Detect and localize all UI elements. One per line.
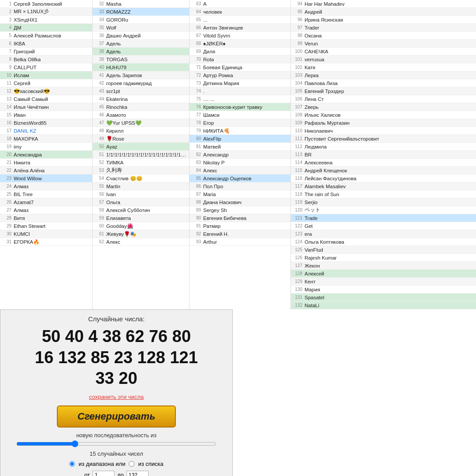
list-item: 111Пустовит Сергенийазъсторовит (291, 135, 476, 143)
list-item: 35Wolf (93, 24, 189, 32)
row-name: Евгений Трэздер (305, 89, 344, 94)
list-item: 104Павлова Лиза (291, 79, 476, 87)
row-name: HUHU79 (106, 65, 126, 70)
list-item: 53久利寿 (93, 167, 189, 175)
list-item: 129Кент (291, 278, 476, 286)
row-name: Serjio (305, 200, 317, 205)
column-3: 63А64человек65...66Антон Звягинцев67Vito… (190, 0, 291, 309)
row-name: Ильяс Халисов (305, 112, 341, 118)
list-item: 42гороев гаджимурад (93, 79, 189, 87)
list-item: 69Диля (190, 48, 290, 56)
row-number: 102 (293, 65, 302, 70)
random-numbers: 50 40 4 38 62 76 80 16 132 85 23 128 121… (9, 326, 223, 389)
from-input[interactable] (93, 471, 115, 476)
row-number: 111 (293, 136, 302, 141)
row-number: 21 (2, 160, 11, 165)
list-item: 9CALLPUT (0, 63, 92, 71)
row-number: 124 (293, 239, 302, 244)
row-number: 116 (293, 176, 302, 181)
row-number: 93 (191, 239, 201, 244)
row-number: 85 (191, 176, 201, 181)
list-item: 94Har Har Mahadev (291, 0, 476, 8)
list-item: 121Trade (291, 214, 476, 222)
list-item: 82Александр (190, 151, 290, 159)
list-item: 105Евгений Трэздер (291, 87, 476, 95)
row-name: Ольга Коптякова (305, 239, 344, 245)
row-name: Rota (203, 57, 214, 62)
row-name: ROMAZZZ (106, 9, 131, 15)
row-name: Лена Ст (305, 97, 324, 102)
row-number: 63 (191, 1, 201, 6)
row-name: scr1pt (106, 89, 120, 94)
list-item: 128Алексей (291, 270, 476, 278)
row-number: 98 (293, 33, 302, 38)
row-name: Счастлив 😊😊 (106, 175, 142, 182)
list-item: 115Андрей Клещенок (291, 167, 476, 175)
random-title: Случайные числа: (9, 315, 223, 323)
list-radio[interactable] (129, 461, 134, 467)
sequence-label: новую последовательность из (9, 432, 223, 439)
row-number: 26 (2, 200, 11, 205)
row-name: Rinochka (106, 104, 127, 110)
range-radio[interactable] (69, 461, 75, 467)
generate-button[interactable]: Сгенерировать (57, 405, 176, 428)
row-number: 112 (293, 144, 302, 149)
row-number: 37 (94, 41, 104, 46)
row-number: 122 (293, 223, 302, 228)
row-number: 90 (191, 216, 201, 220)
row-number: 109 (293, 120, 302, 125)
list-item: 41Адель Зарипов (93, 71, 189, 79)
list-item: 88Диана Наскович (190, 198, 290, 206)
row-name: 😎хасовский😎 (14, 88, 50, 94)
row-number: 29 (2, 223, 11, 228)
row-name: МАХОРКА (14, 136, 38, 141)
list-item: 2MR × L1NUX彡 (0, 8, 92, 16)
list-item: 15Иван (0, 111, 92, 119)
count-slider[interactable] (16, 440, 216, 447)
list-item: 106Лена Ст (291, 95, 476, 103)
row-number: 27 (2, 208, 11, 212)
list-item: 64человек (190, 8, 290, 16)
list-item: 74. (190, 87, 290, 95)
row-number: 49 (94, 136, 104, 141)
list-item: 92Евгений Н. (190, 230, 290, 238)
list-item: 17DANIL KZ (0, 127, 92, 135)
row-name: Павлова Лиза (305, 81, 338, 86)
row-number: 31 (2, 239, 11, 244)
row-name: ДМ (14, 25, 21, 30)
row-name: Илья Чечёткин (14, 104, 49, 110)
row-number: 40 (94, 65, 104, 70)
row-name: GORORu (106, 17, 128, 22)
list-item: 122Get (291, 222, 476, 230)
save-link[interactable]: сохранить эти числа (89, 394, 144, 400)
row-name: Матвей (203, 144, 221, 149)
row-number: 66 (191, 25, 201, 30)
list-item: 127Жекон (291, 262, 476, 270)
to-input[interactable] (126, 471, 149, 476)
row-number: 34 (94, 17, 104, 22)
list-item: 65... (190, 16, 290, 24)
row-number: 77 (191, 112, 201, 117)
list-item: 73Деткина Мария (190, 79, 290, 87)
list-item: 108Ильяс Халисов (291, 111, 476, 119)
row-number: 33 (94, 9, 104, 14)
list-item: 28Витя (0, 214, 92, 222)
list-item: 102Катя (291, 63, 476, 71)
list-item: 113BR (291, 151, 476, 159)
list-item: 54Счастлив 😊😊 (93, 175, 189, 182)
list-item: 84Алекс (190, 167, 290, 175)
row-name: The rain of Sun (305, 192, 339, 197)
row-number: 30 (2, 231, 11, 236)
row-name: Людмила (305, 144, 327, 149)
row-name: Алексей Размыслов (14, 33, 61, 38)
row-name: Word Willow (14, 176, 42, 181)
row-name: BIL Tree (14, 192, 33, 197)
column-2: 32Masha33ROMAZZZ34GORORu35Wolf36Дашко Ан… (93, 0, 190, 309)
row-number: 101 (293, 57, 302, 62)
row-number: 104 (293, 81, 302, 86)
list-item: 96Ирина Ясинская (291, 16, 476, 24)
row-name: Wolf (106, 25, 116, 30)
row-name: Кент (305, 279, 316, 284)
list-item: 125VanFlud (291, 246, 476, 254)
row-name: MR × L1NUX彡 (14, 8, 49, 15)
